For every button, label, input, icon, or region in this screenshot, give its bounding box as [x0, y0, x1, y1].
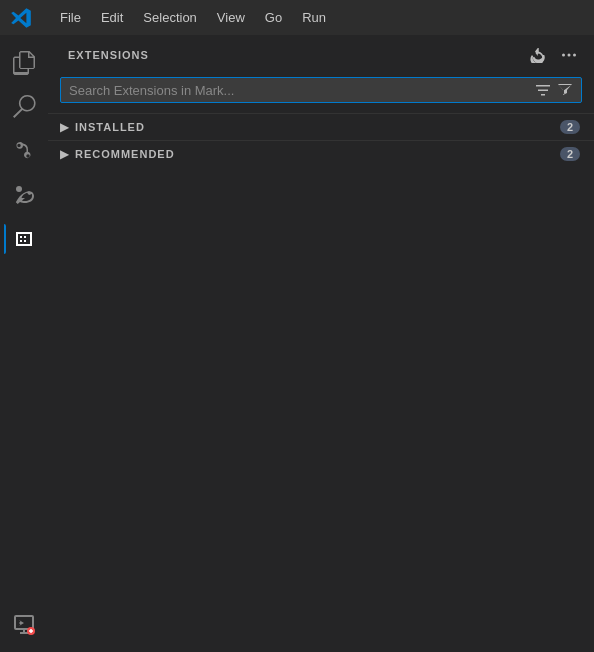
extensions-panel: EXTENSIONS — [48, 35, 594, 652]
search-extensions-input[interactable] — [69, 83, 531, 98]
menu-edit[interactable]: Edit — [93, 7, 131, 28]
menu-selection[interactable]: Selection — [135, 7, 204, 28]
chevron-installed-icon: ▶ — [60, 120, 69, 134]
activity-extensions[interactable] — [4, 219, 44, 259]
menu-run[interactable]: Run — [294, 7, 334, 28]
section-recommended-label: RECOMMENDED — [75, 148, 175, 160]
titlebar: File Edit Selection View Go Run — [0, 0, 594, 35]
menu-file[interactable]: File — [52, 7, 89, 28]
section-recommended-left: ▶ RECOMMENDED — [60, 147, 175, 161]
recommended-badge: 2 — [560, 147, 580, 161]
more-actions-button[interactable] — [556, 45, 580, 65]
activity-bar — [0, 35, 48, 652]
activity-run-debug[interactable] — [4, 175, 44, 215]
section-installed[interactable]: ▶ INSTALLED 2 — [48, 113, 594, 140]
search-box — [60, 77, 582, 103]
refresh-button[interactable] — [526, 45, 550, 65]
installed-badge: 2 — [560, 120, 580, 134]
menu-go[interactable]: Go — [257, 7, 290, 28]
menu-bar: File Edit Selection View Go Run — [52, 7, 334, 28]
menu-view[interactable]: View — [209, 7, 253, 28]
panel-header: EXTENSIONS — [48, 35, 594, 73]
svg-point-0 — [16, 186, 22, 192]
search-container — [48, 73, 594, 113]
section-installed-label: INSTALLED — [75, 121, 145, 133]
activity-source-control[interactable] — [4, 131, 44, 171]
filter-extensions-button[interactable] — [557, 82, 573, 98]
section-recommended[interactable]: ▶ RECOMMENDED 2 — [48, 140, 594, 167]
main-area: EXTENSIONS — [0, 35, 594, 652]
activity-explorer[interactable] — [4, 43, 44, 83]
activity-search[interactable] — [4, 87, 44, 127]
activity-remote-explorer[interactable] — [4, 604, 44, 644]
section-installed-left: ▶ INSTALLED — [60, 120, 145, 134]
search-actions — [535, 82, 573, 98]
chevron-recommended-icon: ▶ — [60, 147, 69, 161]
panel-title: EXTENSIONS — [68, 49, 149, 61]
sort-extensions-button[interactable] — [535, 82, 551, 98]
vscode-logo — [10, 7, 32, 29]
panel-actions — [526, 45, 580, 65]
